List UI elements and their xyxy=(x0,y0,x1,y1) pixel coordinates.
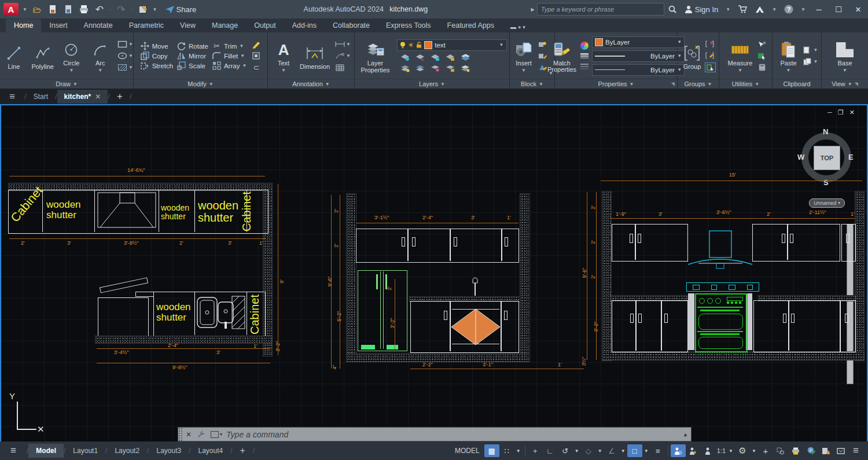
array-button[interactable]: Array▼ xyxy=(212,61,247,70)
mirror-button[interactable]: Mirror xyxy=(176,51,208,60)
tab-addins[interactable]: Add-ins xyxy=(284,19,325,32)
workspace-switching-gear[interactable]: ⚙ xyxy=(735,444,750,457)
chevron-down-icon[interactable]: ▼ xyxy=(727,444,735,457)
layer-match-icon[interactable] xyxy=(415,64,425,73)
chevron-down-icon[interactable]: ▼ xyxy=(619,444,627,457)
unnamed-view-badge[interactable]: Unnamed▾ xyxy=(809,198,845,208)
undo-chevron-icon[interactable]: · xyxy=(109,6,111,13)
layer-lock-toggle-icon[interactable] xyxy=(446,53,455,62)
chevron-down-icon[interactable]: ▼ xyxy=(240,53,245,58)
chevron-down-icon[interactable]: ▼ xyxy=(801,7,806,12)
model-space-indicator[interactable]: MODEL xyxy=(455,447,480,455)
color-wheel-icon[interactable] xyxy=(579,41,589,50)
layer-states-icon[interactable] xyxy=(461,53,470,62)
layer-on-icon[interactable] xyxy=(400,42,406,49)
app-store-cart-icon[interactable] xyxy=(738,5,747,13)
plot-printer-icon[interactable] xyxy=(788,444,803,457)
batch-plot-icon[interactable] xyxy=(137,4,149,14)
chevron-down-icon[interactable]: ▼ xyxy=(750,444,758,457)
close-tab-icon[interactable]: ✕ xyxy=(95,93,101,101)
panel-label-groups[interactable]: Groups▼ xyxy=(678,79,719,89)
dynamic-input-toggle[interactable]: + xyxy=(528,444,543,457)
command-line[interactable]: ✕ ▾ ▲ xyxy=(178,427,692,441)
chevron-down-icon[interactable]: ▼ xyxy=(843,68,847,73)
polyline-button[interactable]: Polyline xyxy=(29,42,57,70)
layer-sun-icon[interactable]: ☀ xyxy=(408,41,414,49)
clean-screen-toggle[interactable] xyxy=(833,444,848,457)
chevron-down-icon[interactable]: ▼ xyxy=(128,53,133,58)
panel-label-draw[interactable]: Draw▼ xyxy=(0,79,133,89)
tab-express-tools[interactable]: Express Tools xyxy=(378,19,439,32)
annotation-monitor-toggle[interactable]: + xyxy=(758,444,773,457)
viewcube-top-face[interactable]: TOP xyxy=(814,146,840,170)
autodesk-logo-icon[interactable] xyxy=(755,6,764,13)
leader-button[interactable]: ▼ xyxy=(335,51,351,60)
layer-walk-icon[interactable] xyxy=(461,64,470,73)
save-as-icon[interactable] xyxy=(62,4,74,14)
tab-insert[interactable]: Insert xyxy=(41,19,75,32)
help-search[interactable] xyxy=(537,3,664,16)
autocad-logo[interactable]: A xyxy=(3,3,19,16)
grid-toggle[interactable]: ▦ xyxy=(484,444,499,457)
text-button[interactable]: A Text ▼ xyxy=(271,39,296,73)
object-snap-tracking-toggle[interactable]: ∠ xyxy=(604,444,619,457)
tab-annotate[interactable]: Annotate xyxy=(76,19,121,32)
chevron-down-icon[interactable]: ▼ xyxy=(128,42,133,47)
layer-make-current-icon[interactable] xyxy=(400,64,410,73)
layout3-tab[interactable]: Layout3 xyxy=(149,444,189,458)
command-input[interactable] xyxy=(225,429,680,440)
layout-menu-hamburger-icon[interactable]: ≡ xyxy=(6,444,21,457)
panel-label-clipboard[interactable]: Clipboard xyxy=(773,79,821,89)
quick-select-icon[interactable] xyxy=(757,51,767,60)
new-layout-button[interactable]: + xyxy=(233,443,253,459)
model-tab[interactable]: Model xyxy=(28,444,64,458)
snap-toggle[interactable]: ∷ xyxy=(499,444,514,457)
hatch-button[interactable]: ▼ xyxy=(117,63,133,72)
chevron-down-icon[interactable]: ▼ xyxy=(786,68,791,73)
group-selection-toggle-icon[interactable] xyxy=(705,62,716,72)
new-tab-button[interactable]: + xyxy=(110,88,130,105)
minimize-button[interactable]: ─ xyxy=(809,0,829,19)
tab-output[interactable]: Output xyxy=(246,19,284,32)
doc-restore-icon[interactable]: ❐ xyxy=(838,109,844,116)
layout4-tab[interactable]: Layout4 xyxy=(191,444,231,458)
group-edit-icon[interactable] xyxy=(705,51,715,60)
command-history-icon[interactable]: ▲ xyxy=(683,432,688,437)
edit-block-icon[interactable] xyxy=(538,51,547,60)
customization-hamburger-icon[interactable]: ≡ xyxy=(848,444,863,457)
linear-dim-button[interactable]: ▼ xyxy=(335,40,351,49)
help-icon[interactable]: ? xyxy=(784,5,793,14)
linetype-select[interactable]: ByLayer▼ xyxy=(592,64,685,76)
copy-button[interactable]: Copy xyxy=(140,51,173,60)
annotation-autoscale-toggle[interactable] xyxy=(686,444,701,457)
dialog-launcher-icon[interactable]: ◥ xyxy=(671,82,675,87)
maximize-button[interactable]: ☐ xyxy=(829,0,848,19)
ortho-toggle[interactable]: ∟ xyxy=(543,444,558,457)
layer-prev-icon[interactable] xyxy=(431,64,440,73)
chevron-down-icon[interactable]: ▼ xyxy=(814,59,818,64)
isometric-drafting-toggle[interactable]: ◇ xyxy=(581,444,596,457)
graphics-performance-icon[interactable] xyxy=(803,444,818,457)
tab-manage[interactable]: Manage xyxy=(204,19,246,32)
recent-commands-icon[interactable]: ▾ xyxy=(211,431,222,438)
chevron-down-icon[interactable]: ▼ xyxy=(281,68,286,73)
panel-label-annotation[interactable]: Annotation▼ xyxy=(268,79,354,89)
layer-select[interactable]: ☀ text ▼ xyxy=(397,39,507,51)
file-tab-kitchen[interactable]: kitchen* ✕ xyxy=(57,90,108,104)
move-button[interactable]: Move xyxy=(140,42,173,50)
insert-button[interactable]: Insert ▼ xyxy=(511,39,536,73)
doc-minimize-icon[interactable]: ─ xyxy=(827,109,832,116)
chevron-down-icon[interactable]: ▼ xyxy=(98,68,102,73)
viewcube-north[interactable]: N xyxy=(823,127,828,136)
redo-chevron-icon[interactable]: · xyxy=(131,6,133,13)
line-button[interactable]: Line xyxy=(0,42,28,70)
annotation-visibility-toggle[interactable] xyxy=(671,444,686,457)
block-attributes-icon[interactable] xyxy=(538,63,547,72)
chevron-down-icon[interactable]: ▼ xyxy=(814,47,818,53)
sign-in-button[interactable]: Sign In xyxy=(685,5,718,14)
chevron-down-icon[interactable]: ▼ xyxy=(23,7,27,12)
lineweight-toggle[interactable]: ≡ xyxy=(650,444,665,457)
isolate-objects-button[interactable] xyxy=(773,444,788,457)
trim-button[interactable]: ✂Trim▼ xyxy=(212,42,247,50)
fillet-button[interactable]: Fillet▼ xyxy=(212,51,247,60)
